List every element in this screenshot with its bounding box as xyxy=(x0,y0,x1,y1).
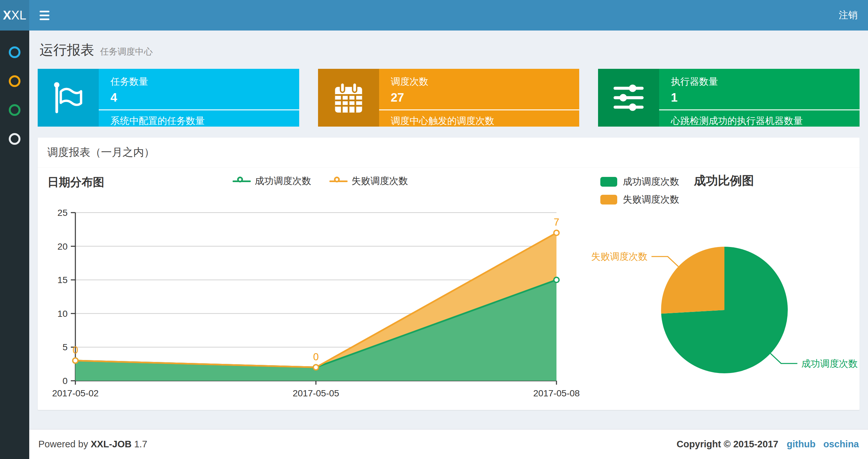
y-tick-label: 25 xyxy=(58,208,68,218)
y-tick-label: 5 xyxy=(62,342,68,352)
pie-leader-line xyxy=(651,257,678,266)
copyright-text: Copyright © 2015-2017 xyxy=(677,439,778,450)
stat-card-body: 执行器数量1心跳检测成功的执行器机器数量 xyxy=(659,69,860,127)
y-tick-label: 0 xyxy=(62,376,68,386)
sidebar-item-1[interactable] xyxy=(0,38,29,67)
x-tick-label: 2017-05-02 xyxy=(52,388,98,398)
stat-card-label: 任务数量 xyxy=(111,75,287,88)
calendar-icon xyxy=(318,69,379,127)
stat-card-body: 调度次数27调度中心触发的调度次数 xyxy=(379,69,580,127)
x-tick-label: 2017-05-05 xyxy=(293,388,339,398)
page-header: 运行报表 任务调度中心 xyxy=(38,31,860,69)
y-tick-label: 20 xyxy=(58,241,68,252)
pie-leader-line xyxy=(771,354,798,364)
line-chart: 05101520252017-05-022017-05-052017-05-08… xyxy=(52,208,580,398)
point-label: 7 xyxy=(554,217,559,228)
logo-text: XL xyxy=(11,8,26,23)
footer-link-oschina[interactable]: oschina xyxy=(823,439,859,450)
stat-card-value: 1 xyxy=(671,91,848,104)
sidebar xyxy=(0,31,29,459)
sidebar-toggle-icon[interactable] xyxy=(38,7,51,23)
stat-card-value: 4 xyxy=(111,91,287,104)
sidebar-item-3[interactable] xyxy=(0,95,29,124)
stat-card-divider xyxy=(659,109,860,110)
logo-text-bold: X xyxy=(3,8,11,23)
powered-prefix: Powered by xyxy=(38,439,88,449)
content-area: 运行报表 任务调度中心 任务数量4系统中配置的任务数量调度次数27调度中心触发的… xyxy=(29,31,868,410)
charts-canvas: 05101520252017-05-022017-05-052017-05-08… xyxy=(38,167,860,410)
stat-cards-row: 任务数量4系统中配置的任务数量调度次数27调度中心触发的调度次数执行器数量1心跳… xyxy=(38,69,860,127)
sidebar-item-2[interactable] xyxy=(0,67,29,95)
point-label: 0 xyxy=(72,345,78,356)
sidebar-item-4[interactable] xyxy=(0,124,29,153)
flag-icon xyxy=(38,69,99,127)
footer-link-github[interactable]: github xyxy=(787,439,816,450)
stat-card-label: 执行器数量 xyxy=(671,75,848,88)
page-title: 运行报表 xyxy=(40,41,94,59)
top-navbar: XXL 注销 xyxy=(0,0,868,31)
circle-icon xyxy=(9,133,21,145)
logout-link[interactable]: 注销 xyxy=(839,9,858,22)
report-panel: 调度报表（一月之内） 日期分布图 成功调度次数失败调度次数 成功调度次数失败调度… xyxy=(38,138,860,410)
circle-icon xyxy=(9,104,21,116)
stat-card-divider xyxy=(99,109,299,110)
panel-body: 日期分布图 成功调度次数失败调度次数 成功调度次数失败调度次数 成功比例图 05… xyxy=(38,167,860,410)
panel-title: 调度报表（一月之内） xyxy=(38,138,860,167)
stat-card-desc: 心跳检测成功的执行器机器数量 xyxy=(671,114,848,128)
stat-card-label: 调度次数 xyxy=(391,75,568,88)
stat-card-1: 任务数量4系统中配置的任务数量 xyxy=(38,69,299,127)
page-subtitle: 任务调度中心 xyxy=(100,46,153,58)
point-成功调度次数 xyxy=(554,277,559,283)
stat-card-2: 调度次数27调度中心触发的调度次数 xyxy=(318,69,580,127)
y-tick-label: 15 xyxy=(58,275,68,285)
stat-card-body: 任务数量4系统中配置的任务数量 xyxy=(99,69,299,127)
main-footer: Powered by XXL-JOB 1.7 Copyright © 2015-… xyxy=(29,429,868,459)
circle-icon xyxy=(9,75,21,87)
pie-chart: 成功调度次数失败调度次数 xyxy=(591,247,858,373)
powered-by: Powered by XXL-JOB 1.7 xyxy=(38,439,147,450)
point-失败调度次数 xyxy=(554,230,559,235)
product-name: XXL-JOB xyxy=(91,439,131,449)
stat-card-divider xyxy=(379,109,580,110)
stat-card-desc: 系统中配置的任务数量 xyxy=(111,114,287,128)
point-失败调度次数 xyxy=(313,365,319,370)
point-label: 0 xyxy=(313,351,319,363)
navbar-body: 注销 xyxy=(29,0,868,31)
copyright-area: Copyright © 2015-2017 githuboschina xyxy=(677,439,859,450)
pie-slice-label: 成功调度次数 xyxy=(801,358,858,369)
y-tick-label: 10 xyxy=(58,309,68,319)
stat-card-value: 27 xyxy=(391,91,568,104)
point-失败调度次数 xyxy=(73,358,78,363)
sliders-icon xyxy=(598,69,659,127)
x-tick-label: 2017-05-08 xyxy=(533,388,580,398)
stat-card-desc: 调度中心触发的调度次数 xyxy=(391,114,568,128)
product-version: 1.7 xyxy=(134,439,147,449)
stat-card-3: 执行器数量1心跳检测成功的执行器机器数量 xyxy=(598,69,860,127)
pie-slice-失败调度次数 xyxy=(661,247,724,314)
app-logo[interactable]: XXL xyxy=(0,0,29,31)
footer-links: githuboschina xyxy=(787,439,859,450)
pie-slice-label: 失败调度次数 xyxy=(591,251,647,262)
circle-icon xyxy=(9,46,21,58)
